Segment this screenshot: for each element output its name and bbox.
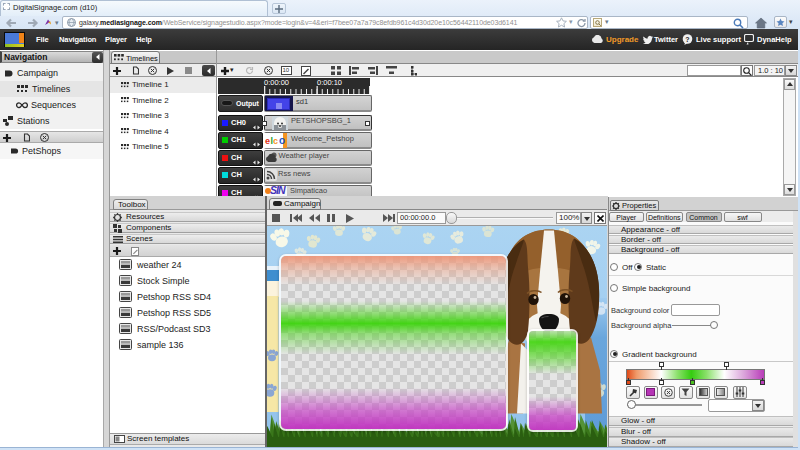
svg-text:?: ? bbox=[685, 36, 689, 43]
